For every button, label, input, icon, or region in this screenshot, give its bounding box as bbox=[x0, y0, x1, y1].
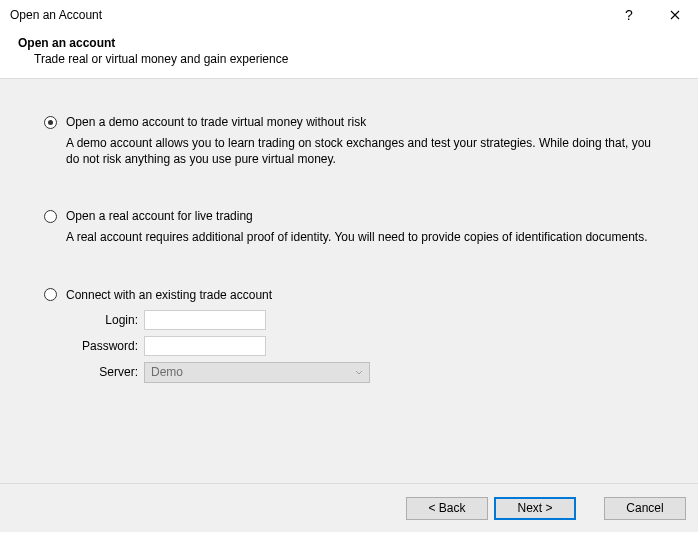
server-select[interactable]: Demo bbox=[144, 362, 370, 383]
dialog-heading: Open an account bbox=[18, 36, 688, 50]
dialog-content: Open a demo account to trade virtual mon… bbox=[0, 79, 698, 483]
login-input[interactable] bbox=[144, 310, 266, 330]
radio-real[interactable] bbox=[44, 210, 57, 223]
option-real-desc: A real account requires additional proof… bbox=[66, 229, 662, 245]
option-existing-title: Connect with an existing trade account bbox=[66, 288, 272, 302]
option-demo: Open a demo account to trade virtual mon… bbox=[44, 115, 662, 167]
password-row: Password: bbox=[66, 336, 662, 356]
login-label: Login: bbox=[66, 313, 144, 327]
next-button[interactable]: Next > bbox=[494, 497, 576, 520]
window-title: Open an Account bbox=[10, 8, 606, 22]
password-input[interactable] bbox=[144, 336, 266, 356]
option-demo-title: Open a demo account to trade virtual mon… bbox=[66, 115, 366, 129]
radio-demo[interactable] bbox=[44, 116, 57, 129]
server-select-value: Demo bbox=[151, 365, 183, 379]
close-icon bbox=[670, 8, 680, 23]
chevron-down-icon bbox=[355, 365, 363, 379]
cancel-button[interactable]: Cancel bbox=[604, 497, 686, 520]
dialog-footer: < Back Next > Cancel bbox=[0, 483, 698, 532]
option-real-title: Open a real account for live trading bbox=[66, 209, 253, 223]
help-icon: ? bbox=[625, 7, 633, 23]
close-button[interactable] bbox=[652, 0, 698, 30]
option-existing: Connect with an existing trade account L… bbox=[44, 288, 662, 383]
dialog-subheading: Trade real or virtual money and gain exp… bbox=[18, 52, 688, 66]
dialog-header: Open an account Trade real or virtual mo… bbox=[0, 30, 698, 78]
option-demo-desc: A demo account allows you to learn tradi… bbox=[66, 135, 662, 167]
help-button[interactable]: ? bbox=[606, 0, 652, 30]
radio-existing[interactable] bbox=[44, 288, 57, 301]
option-real: Open a real account for live trading A r… bbox=[44, 209, 662, 245]
password-label: Password: bbox=[66, 339, 144, 353]
existing-form: Login: Password: Server: Demo bbox=[66, 310, 662, 383]
server-label: Server: bbox=[66, 365, 144, 379]
option-real-head[interactable]: Open a real account for live trading bbox=[44, 209, 662, 223]
server-row: Server: Demo bbox=[66, 362, 662, 383]
titlebar: Open an Account ? bbox=[0, 0, 698, 30]
back-button[interactable]: < Back bbox=[406, 497, 488, 520]
option-demo-head[interactable]: Open a demo account to trade virtual mon… bbox=[44, 115, 662, 129]
option-existing-head[interactable]: Connect with an existing trade account bbox=[44, 288, 662, 302]
login-row: Login: bbox=[66, 310, 662, 330]
